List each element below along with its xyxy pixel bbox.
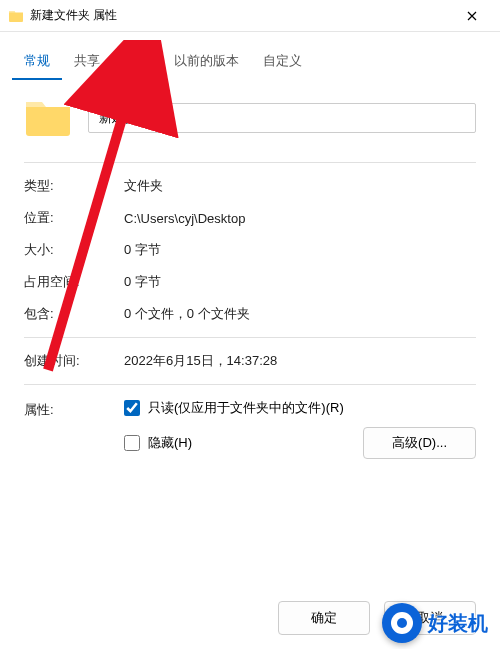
- close-button[interactable]: [452, 2, 492, 30]
- folder-large-icon: [24, 98, 72, 138]
- cancel-button[interactable]: 取消: [384, 601, 476, 635]
- tabs: 常规 共享 安全 以前的版本 自定义: [0, 32, 500, 80]
- divider: [24, 337, 476, 338]
- location-value: C:\Users\cyj\Desktop: [124, 211, 476, 226]
- divider: [24, 384, 476, 385]
- tab-general[interactable]: 常规: [12, 44, 62, 80]
- divider: [24, 162, 476, 163]
- attributes-label: 属性:: [24, 399, 124, 419]
- tab-content: 类型: 文件夹 位置: C:\Users\cyj\Desktop 大小: 0 字…: [0, 80, 500, 491]
- folder-name-input[interactable]: [88, 103, 476, 133]
- location-label: 位置:: [24, 209, 124, 227]
- type-value: 文件夹: [124, 177, 476, 195]
- advanced-button[interactable]: 高级(D)...: [363, 427, 476, 459]
- created-label: 创建时间:: [24, 352, 124, 370]
- contains-label: 包含:: [24, 305, 124, 323]
- size-value: 0 字节: [124, 241, 476, 259]
- type-label: 类型:: [24, 177, 124, 195]
- ok-button[interactable]: 确定: [278, 601, 370, 635]
- window-title: 新建文件夹 属性: [30, 7, 452, 24]
- size-on-disk-label: 占用空间:: [24, 273, 124, 291]
- readonly-checkbox[interactable]: [124, 400, 140, 416]
- tab-sharing[interactable]: 共享: [62, 44, 112, 80]
- folder-icon: [8, 8, 24, 24]
- contains-value: 0 个文件，0 个文件夹: [124, 305, 476, 323]
- readonly-label: 只读(仅应用于文件夹中的文件)(R): [148, 399, 344, 417]
- tab-previous-versions[interactable]: 以前的版本: [162, 44, 251, 80]
- hidden-label: 隐藏(H): [148, 434, 192, 452]
- titlebar: 新建文件夹 属性: [0, 0, 500, 32]
- created-value: 2022年6月15日，14:37:28: [124, 352, 476, 370]
- hidden-checkbox[interactable]: [124, 435, 140, 451]
- dialog-buttons: 确定 取消: [278, 601, 476, 635]
- size-label: 大小:: [24, 241, 124, 259]
- size-on-disk-value: 0 字节: [124, 273, 476, 291]
- tab-customize[interactable]: 自定义: [251, 44, 314, 80]
- tab-security[interactable]: 安全: [112, 44, 162, 80]
